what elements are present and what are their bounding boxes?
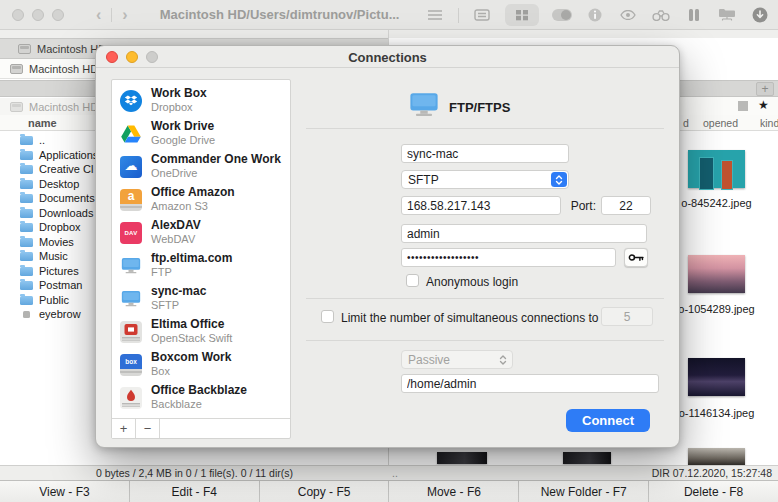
star-icon[interactable]: ★ <box>758 98 769 112</box>
add-tab-button[interactable]: + <box>756 82 774 96</box>
connection-item[interactable]: ☁Commander One WorkOneDrive <box>112 150 290 183</box>
image-thumbnail[interactable] <box>688 150 745 188</box>
divider <box>458 8 459 23</box>
icon-glyph: DAV <box>120 222 142 244</box>
image-thumbnail[interactable] <box>688 358 745 396</box>
download-icon[interactable] <box>750 5 770 25</box>
remote-path-field[interactable] <box>401 374 659 393</box>
file-name: Music <box>39 250 68 262</box>
name-field[interactable] <box>401 144 569 163</box>
stepper-icon <box>551 172 567 187</box>
traffic-lights <box>12 9 64 21</box>
add-connection-button[interactable]: + <box>112 419 136 438</box>
keychain-button[interactable] <box>624 248 648 267</box>
fn-edit-button[interactable]: Edit - F4 <box>130 481 260 502</box>
column-header[interactable]: d <box>683 117 689 129</box>
app-window: ‹ › Macintosh HD/Users/dimtrunov/Pictu..… <box>0 0 778 502</box>
openstack-icon <box>120 321 142 343</box>
folder-icon <box>20 223 33 232</box>
connections-list: Work BoxDropboxWork DriveGoogle Drive☁Co… <box>112 84 290 414</box>
connection-name: ftp.eltima.com <box>151 252 232 266</box>
box-icon: box <box>120 354 142 376</box>
connection-form: FTP/FTPS Name: ftp-type SFTP Server: Por… <box>291 68 679 447</box>
selection-summary: 0 bytes / 2,4 MB in 0 / 1 file(s). 0 / 1… <box>0 467 389 479</box>
connection-name: Office Backblaze <box>151 384 247 398</box>
grid-view-button[interactable] <box>505 4 539 26</box>
file-name: Postman <box>39 279 82 291</box>
login-field[interactable] <box>401 224 647 243</box>
binoculars-icon[interactable] <box>651 5 671 25</box>
fn-new-folder-button[interactable]: New Folder - F7 <box>519 481 649 502</box>
google-drive-icon <box>120 123 142 145</box>
password-field[interactable] <box>401 248 616 267</box>
connection-type: SFTP <box>151 299 206 312</box>
connection-item[interactable]: ftp.eltima.comFTP <box>112 249 290 282</box>
connection-item[interactable]: aOffice AmazonAmazon S3 <box>112 183 290 216</box>
fn-delete-button[interactable]: Delete - F8 <box>649 481 778 502</box>
forward-icon[interactable]: › <box>116 7 133 23</box>
minimize-icon[interactable] <box>32 9 44 21</box>
file-name: Documents <box>39 192 95 204</box>
toggle-icon[interactable] <box>552 5 572 25</box>
kind-column-header[interactable]: kind <box>760 117 778 129</box>
connection-type: Amazon S3 <box>151 200 235 213</box>
fn-view-button[interactable]: View - F3 <box>0 481 130 502</box>
amazon-s3-icon: a <box>120 189 142 211</box>
thumbnail-partial <box>563 452 611 464</box>
fn-move-button[interactable]: Move - F6 <box>389 481 519 502</box>
connection-name: Eltima Office <box>151 318 232 332</box>
back-icon[interactable]: ‹ <box>90 7 107 23</box>
folder-icon <box>20 238 33 247</box>
disk-icon <box>18 44 31 54</box>
file-name: Pictures <box>39 265 79 277</box>
zoom-icon[interactable] <box>52 9 64 21</box>
file-name: Movies <box>39 236 74 248</box>
dialog-titlebar[interactable]: Connections <box>96 46 679 68</box>
square-icon[interactable] <box>738 101 748 111</box>
remove-connection-button[interactable]: − <box>136 419 160 438</box>
panel-icon[interactable] <box>472 5 492 25</box>
limit-connections-label: Limit the number of simultaneous connect… <box>341 311 598 325</box>
connection-item[interactable]: Work BoxDropbox <box>112 84 290 117</box>
connection-item[interactable]: DAVAlexDAVWebDAV <box>112 216 290 249</box>
connection-item[interactable]: Work DriveGoogle Drive <box>112 117 290 150</box>
file-name: Downloads <box>39 207 93 219</box>
opened-column-header[interactable]: opened <box>703 117 738 129</box>
connection-type: OpenStack Swift <box>151 332 232 345</box>
name-column-header[interactable]: name <box>28 117 57 129</box>
eye-icon[interactable] <box>618 5 638 25</box>
port-label: Port: <box>536 199 596 213</box>
connections-list-panel: Work BoxDropboxWork DriveGoogle Drive☁Co… <box>111 79 291 439</box>
connection-item[interactable]: sync-macSFTP <box>112 282 290 315</box>
connection-item[interactable]: boxBoxcom WorkBox <box>112 348 290 381</box>
dialog-title: Connections <box>96 50 679 65</box>
anonymous-checkbox[interactable] <box>406 274 419 287</box>
connection-name: Work Box <box>151 87 207 101</box>
anonymous-label: Anonymous login <box>426 275 518 289</box>
connection-item[interactable]: Office BackblazeBackblaze <box>112 381 290 414</box>
ftp-monitor-icon <box>409 92 439 122</box>
item-info: DIR 07.12.2020, 15:27:48 <box>652 467 772 479</box>
lines-icon[interactable] <box>425 5 445 25</box>
dual-pane-icon[interactable] <box>684 5 704 25</box>
port-field[interactable] <box>601 196 651 215</box>
connection-item[interactable]: Eltima OfficeOpenStack Swift <box>112 315 290 348</box>
ftp-type-dropdown[interactable]: SFTP <box>401 170 569 189</box>
sftp-monitor-icon <box>120 288 142 310</box>
fn-copy-button[interactable]: Copy - F5 <box>260 481 390 502</box>
info-icon[interactable] <box>585 5 605 25</box>
limit-connections-checkbox[interactable] <box>321 310 334 323</box>
function-key-bar: View - F3Edit - F4Copy - F5Move - F6New … <box>0 480 778 502</box>
folder-icon <box>20 209 33 218</box>
onedrive-icon: ☁ <box>120 156 142 178</box>
close-icon[interactable] <box>12 9 24 21</box>
ftp-monitor-icon <box>120 255 142 277</box>
status-dots: .. <box>392 467 398 479</box>
connection-type: Dropbox <box>151 101 207 114</box>
network-folder-icon[interactable] <box>717 5 737 25</box>
image-thumbnail[interactable] <box>688 255 745 293</box>
window-toolbar: ‹ › Macintosh HD/Users/dimtrunov/Pictu..… <box>0 0 778 30</box>
connection-type: Box <box>151 365 231 378</box>
tab-label: Macintosh HD <box>29 63 98 75</box>
connect-button[interactable]: Connect <box>566 409 650 432</box>
